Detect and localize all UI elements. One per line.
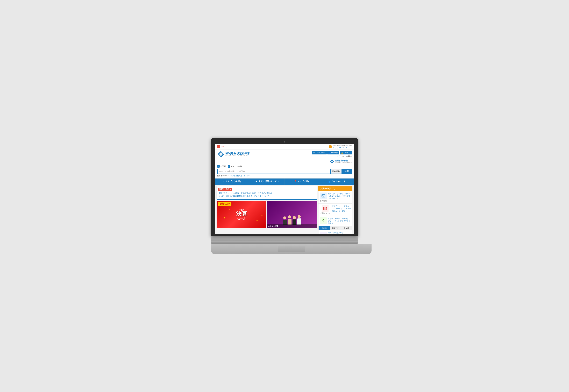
go-text: Go	[221, 146, 223, 148]
header-second-row: 福利厚生倶楽部 FUKURI KOSEI CLUB	[215, 159, 354, 164]
mypage-button[interactable]: 👤 MyPage	[327, 151, 339, 154]
nav-item-map[interactable]: 📍 マップで探す	[285, 179, 319, 185]
laptop-bottom-strip	[211, 236, 358, 241]
karaoke-overlay: よせなべ特集	[267, 224, 317, 228]
movie-label: 映画/エンタメ	[320, 212, 331, 214]
mypage-btn-label: MyPage	[331, 152, 338, 154]
lang-chinese-button[interactable]: 简体中文	[330, 226, 341, 230]
fukuri-kosei-logo-small: 福利厚生倶楽部 FUKURI KOSEI CLUB	[330, 159, 352, 164]
sale-text-block: 一度の 決算 セール	[236, 209, 247, 221]
notice-link-1[interactable]: 【電子チケットおよびコード配信商品】販売一時停止のお知らせ	[218, 192, 315, 194]
screen-bezel: J Go P Fukuri Chubu Incentive plan ふくり d…	[211, 138, 358, 236]
keyword-link-cainz[interactable]: カインズ	[244, 175, 250, 177]
hotel-thumb	[320, 193, 327, 199]
svg-rect-11	[326, 207, 327, 208]
svg-rect-7	[324, 195, 324, 196]
search-options: ✓ 全国版 ✓ カテゴリー覧	[217, 165, 352, 168]
search-detail-label: 詳細検索	[332, 170, 339, 172]
person-icon: 👤	[329, 152, 331, 154]
svg-rect-6	[322, 195, 323, 196]
search-button[interactable]: 検索	[342, 169, 352, 174]
mail-btn-label: メルマガ登録	[315, 151, 325, 154]
keyword-label: 注目キーワード	[217, 175, 229, 177]
j-logo: J	[217, 145, 220, 148]
nav-popular-label: 人気・話題のサービス	[259, 180, 279, 183]
checkbox-icon-all: ✓	[217, 165, 220, 168]
logo-diamond-icon	[217, 151, 224, 158]
nav-life-label: ライフイベント	[331, 180, 346, 183]
sale-banner[interactable]: 会員限定ショッピング お買得ソクホウ 一度の 決算	[217, 201, 266, 228]
svg-point-16	[322, 220, 324, 221]
svg-point-4	[331, 161, 333, 162]
sale-sub: セール	[237, 217, 246, 220]
search-btn-label: 検索	[345, 170, 349, 172]
person-2	[288, 215, 291, 225]
content-left: 重要なお知らせ 【電子チケットおよびコード配信商品】販売一時停止のお知らせ ロッ…	[217, 186, 317, 234]
star-icon: ★	[255, 180, 258, 183]
more-thumb	[320, 232, 327, 234]
notice-badge: 重要なお知らせ	[218, 188, 232, 191]
login-button[interactable]: 🔒 ログイン	[340, 151, 352, 154]
top-bar-left: J Go	[217, 145, 223, 148]
nav-item-life[interactable]: 👥 ライフイベント	[319, 179, 354, 185]
keyword-link-gift[interactable]: ギフトが使える	[230, 175, 242, 177]
search-input[interactable]	[217, 169, 330, 174]
movie-icon	[323, 206, 327, 210]
movie-thumb	[322, 205, 329, 212]
person-3	[292, 216, 296, 225]
notice-link-2[interactable]: ロッピー端末での映画鑑賞券等の発券サービス終了について	[218, 195, 315, 197]
search-bar: 詳細検索 ▾ 検索	[217, 169, 352, 174]
search-option-category[interactable]: ✓ カテゴリー覧	[228, 165, 242, 168]
lang-english-button[interactable]: English	[341, 226, 352, 230]
search-detail-button[interactable]: 詳細検索 ▾	[330, 169, 342, 174]
category-item-leisure[interactable]: 水族館｜動物園｜遊園地｜レジャー｜キャンプ｜サウナ｜日帰り	[319, 216, 352, 226]
lang-japanese-button[interactable]: 日本語	[319, 226, 330, 230]
main-content: 重要なお知らせ 【電子チケットおよびコード配信商品】販売一時停止のお知らせ ロッ…	[215, 185, 354, 234]
nav-item-popular[interactable]: ★ 人気・話題のサービス	[250, 179, 284, 185]
category-thumb-wrapper-hotel: 国内の宿	[320, 193, 327, 202]
category-thumb-wrapper-leisure	[320, 217, 327, 224]
nav-map-label: マップで探す	[298, 180, 310, 183]
category-thumb-wrapper-movie: 映画/エンタメ	[320, 205, 331, 214]
leisure-icon	[321, 219, 325, 223]
nav-item-category[interactable]: ≡ カテゴリから探す	[215, 179, 250, 185]
person-4	[297, 215, 301, 225]
person-1	[283, 216, 287, 225]
site-wrapper: J Go P Fukuri Chubu Incentive plan ふくり d…	[215, 144, 354, 234]
point-icon: P	[329, 145, 332, 148]
banner-area: 会員限定ショッピング お買得ソクホウ 一度の 決算	[217, 201, 317, 228]
point-text: ふくり de ポイント	[333, 146, 349, 148]
logo-main-text: 福利厚生倶楽部中部	[225, 152, 250, 155]
sidebar-title: 人気のカテゴリ	[318, 186, 352, 191]
karaoke-banner[interactable]: よせなべ特集	[267, 201, 317, 228]
chevron-down-icon: ▾	[339, 170, 340, 172]
sale-badge-line1: 会員限定ショッピング	[218, 203, 230, 204]
sale-sub-text: セール	[236, 216, 247, 221]
header-nav-buttons: ✉ メルマガ登録 👤 MyPage 🔒 ログイン	[312, 151, 352, 154]
leisure-text: 水族館｜動物園｜遊園地｜レジャー｜キャンプ｜サウナ｜日帰り	[328, 217, 351, 224]
nav-bar: ≡ カテゴリから探す ★ 人気・話題のサービス 📍 マップで探す 👥 ライフイベ…	[215, 179, 354, 185]
fukuri-point: P Fukuri Chubu Incentive plan ふくり de ポイン…	[329, 145, 352, 149]
top-bar: J Go P Fukuri Chubu Incentive plan ふくり d…	[215, 144, 354, 150]
top-bar-right: P Fukuri Chubu Incentive plan ふくり de ポイン…	[329, 145, 352, 149]
category-item-movie[interactable]: 映画/エンタメ 映画チケット｜展覧会｜コンサート｜スポーツ観戦｜カラオケ割引..…	[319, 204, 352, 216]
laptop-screen: J Go P Fukuri Chubu Incentive plan ふくり d…	[215, 144, 354, 234]
list-icon: ≡	[223, 180, 224, 183]
laptop-base	[211, 241, 358, 244]
search-keywords: 注目キーワード ギフトが使える カインズ	[217, 175, 352, 177]
category-list: 国内の宿 宿探しはこちらから！国内のホテルや旅館の、お得なプラン目自押し！	[318, 191, 352, 234]
search-option-all[interactable]: ✓ 全国版	[217, 165, 226, 168]
nav-category-label: カテゴリから探す	[225, 180, 242, 183]
mail-magazine-button[interactable]: ✉ メルマガ登録	[312, 151, 327, 154]
header-logo[interactable]: 福利厚生倶楽部中部 FUKURI KOSEI CLUB CHUBU	[217, 151, 250, 158]
category-item-hotel[interactable]: 国内の宿 宿探しはこちらから！国内のホテルや旅館の、お得なプラン目自押し！	[319, 191, 352, 204]
laptop-trackpad[interactable]	[278, 246, 305, 252]
small-diamond-icon	[330, 159, 334, 164]
sale-badge: 会員限定ショッピング お買得ソクホウ	[218, 202, 231, 206]
content-right: 人気のカテゴリ	[318, 186, 352, 234]
site-header: 福利厚生倶楽部中部 FUKURI KOSEI CLUB CHUBU ✉ メルマガ…	[215, 150, 354, 159]
svg-rect-13	[326, 209, 327, 210]
category-item-more[interactable]: 家具・家電｜メガネ｜...	[319, 230, 352, 234]
checkbox-icon-category: ✓	[228, 165, 230, 168]
lang-switcher: 日本語 简体中文 English	[319, 226, 352, 230]
